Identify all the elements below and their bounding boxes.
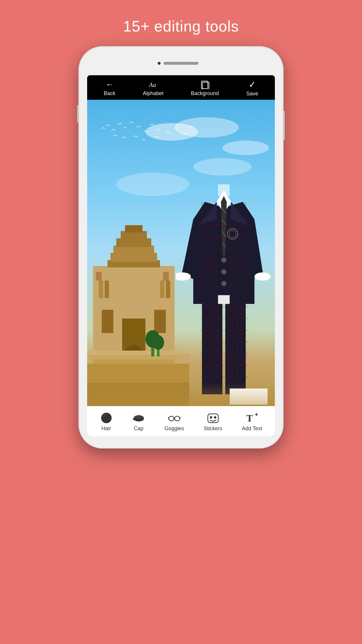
add-text-tool-button[interactable]: T Add Text [242, 412, 262, 432]
photo-editing-area[interactable] [87, 100, 275, 406]
phone-screen: ← Back Aa Alphabet Background ✓ [87, 75, 275, 436]
toolbar-save-button[interactable]: ✓ Save [246, 79, 258, 97]
checkmark-icon: ✓ [249, 79, 256, 90]
svg-rect-21 [93, 359, 175, 364]
svg-rect-24 [163, 272, 169, 281]
svg-rect-23 [96, 272, 102, 281]
svg-point-28 [152, 335, 164, 350]
temple-structure [87, 208, 189, 406]
svg-rect-17 [160, 281, 164, 298]
svg-rect-20 [90, 355, 178, 359]
svg-rect-11 [125, 225, 143, 232]
svg-point-63 [222, 258, 226, 262]
toolbar-back-button[interactable]: ← Back [104, 80, 115, 97]
svg-point-73 [101, 413, 112, 423]
goggles-label: Goggles [165, 426, 184, 432]
stickers-tool-button[interactable]: Stickers [204, 412, 222, 432]
alphabet-icon: Aa [148, 80, 158, 89]
background-icon [200, 80, 210, 89]
svg-point-82 [210, 416, 212, 419]
toolbar-save-label: Save [246, 91, 258, 97]
svg-point-64 [222, 270, 226, 274]
add-text-label: Add Text [242, 426, 262, 432]
page-title: 15+ editing tools [123, 18, 239, 35]
cap-label: Cap [134, 426, 143, 432]
toolbar-alphabet-label: Alphabet [143, 90, 164, 97]
svg-point-65 [222, 281, 226, 286]
svg-point-77 [175, 416, 180, 421]
phone-power-button [283, 111, 285, 140]
goggles-icon [168, 412, 181, 424]
add-text-icon: T [246, 412, 259, 424]
toolbar-background-button[interactable]: Background [191, 80, 219, 97]
toolbar-background-label: Background [191, 90, 219, 97]
svg-rect-75 [133, 419, 141, 420]
ground-overlay [87, 383, 275, 406]
hair-icon [100, 412, 113, 424]
goggles-tool-button[interactable]: Goggles [165, 412, 184, 432]
suit-person [176, 144, 272, 406]
bottom-toolbar: Hair Cap Goggles [87, 406, 275, 436]
stickers-label: Stickers [204, 426, 222, 432]
phone-volume-button [77, 105, 79, 123]
svg-point-69 [254, 272, 271, 281]
svg-rect-16 [105, 281, 109, 298]
svg-rect-12 [102, 310, 113, 333]
cap-icon [132, 412, 145, 424]
stickers-icon [207, 412, 219, 424]
svg-rect-18 [166, 281, 170, 298]
svg-point-76 [169, 416, 174, 421]
svg-text:Aa: Aa [148, 81, 156, 88]
back-arrow-icon: ← [106, 80, 114, 89]
svg-text:T: T [246, 413, 253, 424]
phone-speaker [164, 62, 198, 65]
svg-rect-70 [218, 295, 230, 304]
svg-rect-19 [87, 351, 180, 355]
hair-label: Hair [101, 426, 111, 432]
phone-camera-dot [158, 62, 161, 65]
hair-tool-button[interactable]: Hair [100, 412, 113, 432]
svg-point-83 [214, 416, 216, 419]
phone-top-bar [87, 55, 275, 73]
svg-rect-13 [154, 310, 166, 333]
cap-tool-button[interactable]: Cap [132, 412, 145, 432]
app-toolbar: ← Back Aa Alphabet Background ✓ [87, 75, 275, 100]
phone-mockup: ← Back Aa Alphabet Background ✓ [79, 47, 283, 448]
toolbar-back-label: Back [104, 90, 115, 97]
svg-rect-15 [99, 281, 103, 298]
toolbar-alphabet-button[interactable]: Aa Alphabet [143, 80, 164, 97]
svg-rect-71 [218, 184, 230, 196]
